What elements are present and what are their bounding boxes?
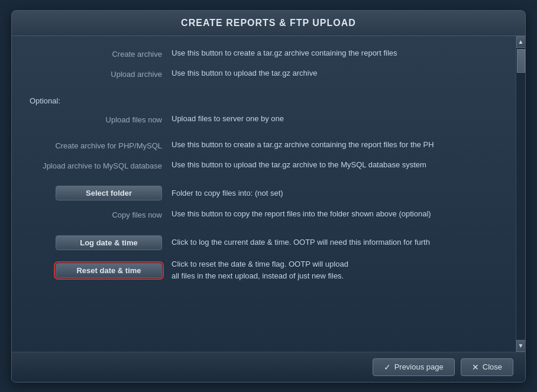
create-archive-php-label: Create archive for PHP/MySQL <box>30 140 172 151</box>
upload-archive-label: Upload archive <box>30 68 172 80</box>
dialog: CREATE REPORTS & FTP UPLOAD Create archi… <box>11 10 526 383</box>
select-folder-desc: Folder to copy files into: (not set) <box>172 188 498 199</box>
footer: ✓ Previous page ✕ Close <box>12 352 525 382</box>
dialog-title: CREATE REPORTS & FTP UPLOAD <box>21 18 516 28</box>
log-date-time-btn-container: Log date & time <box>30 235 172 250</box>
upload-files-row: Upload files now Upload files to server … <box>30 114 498 125</box>
reset-date-time-row: Reset date & time Click to reset the dat… <box>30 258 498 283</box>
log-date-time-row: Log date & time Click to log the current… <box>30 235 498 250</box>
select-folder-row: Select folder Folder to copy files into:… <box>30 186 498 200</box>
select-folder-btn-container: Select folder <box>30 186 172 200</box>
close-label: Close <box>483 362 502 371</box>
create-archive-php-row: Create archive for PHP/MySQL Use this bu… <box>30 140 498 151</box>
log-date-time-button[interactable]: Log date & time <box>56 235 162 250</box>
reset-date-time-btn-container: Reset date & time <box>30 263 172 278</box>
reset-date-time-desc-container: Click to reset the date & time flag. OOT… <box>172 258 498 283</box>
close-icon: ✕ <box>472 362 479 372</box>
create-archive-desc: Use this button to create a tar.gz archi… <box>172 48 498 59</box>
select-folder-button[interactable]: Select folder <box>56 186 162 200</box>
title-bar: CREATE REPORTS & FTP UPLOAD <box>12 11 525 36</box>
scroll-thumb[interactable] <box>517 49 525 73</box>
scroll-up-button[interactable]: ▲ <box>516 36 526 48</box>
upload-archive-desc: Use this button to upload the tar.gz arc… <box>172 68 498 79</box>
create-archive-php-desc: Use this button to create a tar.gz archi… <box>172 140 498 150</box>
previous-page-label: Previous page <box>394 362 444 371</box>
check-icon: ✓ <box>384 362 391 372</box>
reset-date-time-desc-line1: Click to reset the date & time flag. OOT… <box>172 258 498 271</box>
content-area: Create archive Use this button to create… <box>12 36 525 352</box>
create-archive-label: Create archive <box>30 48 172 60</box>
reset-date-time-desc-line2: all files in the next upload, instead of… <box>172 270 498 283</box>
reset-date-time-button[interactable]: Reset date & time <box>56 263 162 278</box>
upload-archive-mysql-row: Jpload archive to MySQL database Use thi… <box>30 160 498 171</box>
previous-page-button[interactable]: ✓ Previous page <box>373 358 455 376</box>
upload-files-label: Upload files now <box>30 114 172 125</box>
create-archive-row: Create archive Use this button to create… <box>30 48 498 60</box>
copy-files-label: Copy files now <box>30 209 172 221</box>
upload-archive-row: Upload archive Use this button to upload… <box>30 68 498 80</box>
upload-archive-mysql-label: Jpload archive to MySQL database <box>30 160 172 171</box>
scrollbar[interactable]: ▲ ▼ <box>516 36 525 352</box>
upload-archive-mysql-desc: Use this button to upload the tar.gz arc… <box>172 160 498 170</box>
upload-files-desc: Upload files to server one by one <box>172 114 498 124</box>
copy-files-row: Copy files now Use this button to copy t… <box>30 209 498 221</box>
main-content: Create archive Use this button to create… <box>12 36 516 352</box>
optional-section-label: Optional: <box>30 96 498 105</box>
scroll-down-button[interactable]: ▼ <box>516 340 526 352</box>
log-date-time-desc: Click to log the current date & time. OO… <box>172 237 498 248</box>
copy-files-desc: Use this button to copy the report files… <box>172 209 498 219</box>
close-button[interactable]: ✕ Close <box>461 358 513 376</box>
